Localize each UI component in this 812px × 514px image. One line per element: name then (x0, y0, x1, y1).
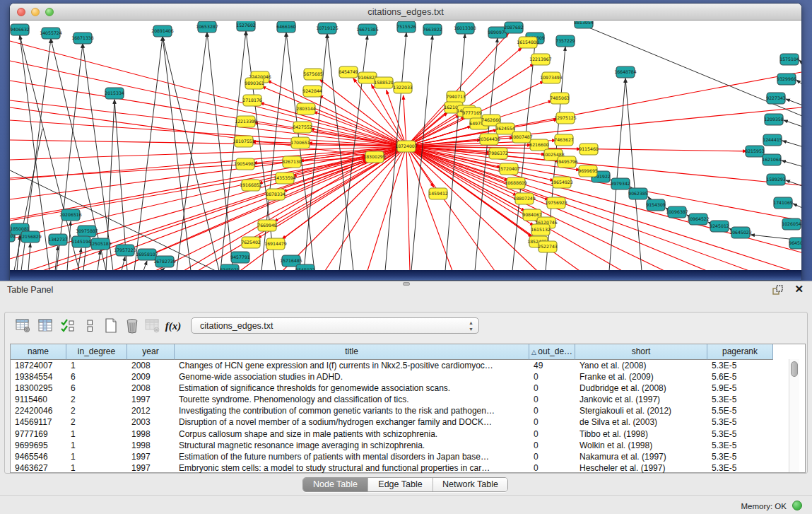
table-cell[interactable]: de Silva et al. (2003) (575, 416, 707, 428)
graph-edge[interactable] (143, 261, 147, 271)
column-header-pagerank[interactable]: pagerank (707, 344, 773, 360)
table-cell[interactable]: 19384554 (11, 371, 66, 382)
table-cell[interactable]: 0 (529, 462, 575, 474)
table-cell[interactable]: 1998 (127, 428, 175, 440)
table-row[interactable]: 2242004622012Investigating the contribut… (11, 405, 805, 416)
table-cell[interactable]: 0 (529, 451, 575, 462)
tab-network-table[interactable]: Network Table (433, 478, 507, 491)
column-header-year[interactable]: year (127, 344, 175, 360)
table-cell[interactable]: 9777169 (11, 428, 66, 440)
table-cell[interactable]: 22420046 (11, 405, 66, 416)
graph-edge[interactable] (406, 146, 410, 271)
table-cell[interactable]: Estimation of the future numbers of pati… (175, 451, 529, 462)
table-row[interactable]: 1830029562008Estimation of significance … (11, 382, 805, 394)
table-cell[interactable]: 5.9E-5 (707, 382, 773, 394)
function-builder-icon[interactable]: f(x) (164, 317, 182, 335)
table-cell[interactable]: 2 (66, 416, 127, 428)
new-table-icon[interactable] (102, 317, 120, 335)
table-cell[interactable]: 0 (529, 394, 575, 405)
graph-edge[interactable] (325, 146, 406, 271)
delete-table-icon[interactable] (123, 317, 141, 335)
table-cell[interactable]: 2008 (127, 360, 175, 371)
table-cell[interactable]: 0 (529, 428, 575, 440)
graph-edge[interactable] (28, 146, 406, 271)
table-cell[interactable]: Stergiakouli et al. (2012) (575, 405, 707, 416)
select-columns-icon[interactable] (59, 317, 77, 335)
scrollbar-thumb[interactable] (791, 361, 798, 377)
table-cell[interactable]: 0 (529, 371, 575, 382)
graph-edge[interactable] (55, 246, 58, 271)
table-cell[interactable]: 1998 (127, 440, 175, 451)
column-header-title[interactable]: title (175, 344, 529, 360)
vertical-scrollbar[interactable] (789, 359, 799, 472)
table-cell[interactable]: 5.3E-5 (707, 394, 773, 405)
network-canvas[interactable]: 9406632140557241687133820891406106532871… (10, 21, 801, 271)
table-cell[interactable]: 0 (529, 416, 575, 428)
graph-edge[interactable] (10, 81, 406, 146)
column-header-name[interactable]: name (11, 344, 66, 360)
table-row[interactable]: 1456911722003Disruption of a novel membe… (11, 416, 805, 428)
table-cell[interactable]: 9463627 (11, 462, 66, 474)
graph-edge[interactable] (782, 141, 801, 148)
graph-edge[interactable] (42, 160, 367, 271)
table-cell[interactable]: 6 (66, 371, 127, 382)
table-cell[interactable]: 2008 (127, 382, 175, 394)
table-cell[interactable]: 1997 (127, 394, 175, 405)
table-cell[interactable]: Tibbo et al. (1998) (575, 428, 707, 440)
graph-edge[interactable] (260, 103, 406, 146)
import-table-icon[interactable] (143, 317, 162, 335)
table-cell[interactable]: Wolkin et al. (1998) (575, 440, 707, 451)
row-tools-icon[interactable] (81, 317, 99, 335)
graph-edge[interactable] (163, 37, 219, 271)
table-cell[interactable]: 5.3E-5 (707, 360, 773, 371)
table-cell[interactable]: 2012 (127, 405, 175, 416)
table-cell[interactable]: 1997 (127, 462, 175, 474)
graph-edge[interactable] (784, 120, 801, 129)
table-cell[interactable]: Hescheler et al. (1997) (575, 462, 707, 474)
table-cell[interactable]: 1 (66, 451, 127, 462)
table-row[interactable]: 1938455462009Genome-wide association stu… (11, 371, 805, 382)
table-cell[interactable]: 1 (66, 360, 127, 371)
table-cell[interactable]: 6 (66, 382, 127, 394)
graph-edge[interactable] (155, 146, 406, 271)
graph-edge[interactable] (220, 31, 246, 271)
node-attribute-table[interactable]: namein_degreeyeartitle△ out_de…shortpage… (10, 344, 806, 473)
table-cell[interactable]: 2003 (127, 416, 175, 428)
table-cell[interactable]: 49 (529, 360, 575, 371)
graph-edge[interactable] (122, 257, 125, 271)
graph-edge[interactable] (796, 80, 801, 89)
table-cell[interactable]: 18300295 (11, 382, 66, 394)
graph-edge[interactable] (411, 35, 433, 271)
table-cell[interactable]: 0 (529, 382, 575, 394)
graph-edge[interactable] (14, 129, 42, 271)
graph-edge[interactable] (10, 41, 406, 146)
column-header-in_degree[interactable]: in_degree (66, 344, 127, 360)
table-cell[interactable]: 2 (66, 405, 127, 416)
table-cell[interactable]: 1997 (127, 451, 175, 462)
table-cell[interactable]: 1 (66, 440, 127, 451)
table-cell[interactable]: Structural magnetic resonance image aver… (175, 440, 529, 451)
graph-edge[interactable] (207, 33, 233, 271)
tab-edge-table[interactable]: Edge Table (368, 478, 433, 491)
graph-edge[interactable] (793, 204, 801, 211)
table-cell[interactable]: Estimation of significance thresholds fo… (175, 382, 529, 394)
table-cell[interactable]: 5.6E-5 (707, 371, 773, 382)
graph-edge[interactable] (267, 81, 406, 146)
column-header-out_de[interactable]: △ out_de… (529, 344, 575, 360)
table-cell[interactable]: 5.5E-5 (707, 405, 773, 416)
network-table-selector[interactable]: citations_edges.txt ▲▼ (191, 317, 479, 334)
table-cell[interactable]: 0 (529, 405, 575, 416)
table-row[interactable]: 969969511998Structural magnetic resonanc… (11, 440, 805, 451)
table-cell[interactable]: 9115460 (11, 394, 66, 405)
float-panel-icon[interactable] (772, 285, 784, 296)
graph-edge[interactable] (10, 100, 406, 146)
table-row[interactable]: 911546021997Tourette syndrome. Phenomeno… (11, 394, 805, 405)
table-cell[interactable]: 18724007 (11, 360, 66, 371)
graph-edge[interactable] (177, 33, 207, 271)
table-cell[interactable]: 9465546 (11, 451, 66, 462)
table-cell[interactable]: 1 (66, 428, 127, 440)
column-header-short[interactable]: short (575, 344, 707, 360)
graph-edge[interactable] (134, 37, 163, 271)
table-cell[interactable]: 5.3E-5 (707, 428, 773, 440)
table-cell[interactable]: Disruption of a novel member of a sodium… (175, 416, 529, 428)
